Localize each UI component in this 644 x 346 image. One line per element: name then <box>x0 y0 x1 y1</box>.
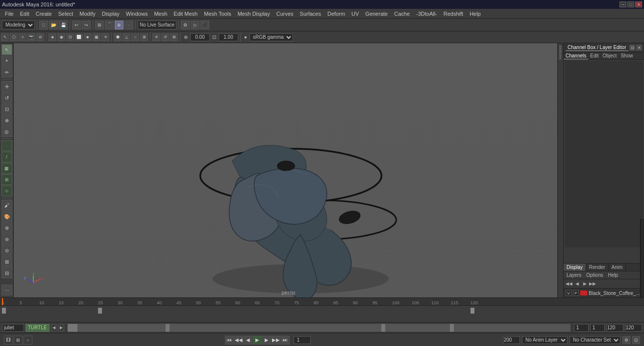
obj-type2-btn[interactable]: △ <box>123 33 130 41</box>
layer-p-btn[interactable]: P <box>573 290 579 296</box>
more-tools-btn[interactable]: ⋯ <box>1 285 12 295</box>
menu-select[interactable]: Select <box>55 10 76 17</box>
anim-layer-select[interactable]: No Anim Layer <box>522 336 568 344</box>
preview-strip[interactable] <box>68 324 570 332</box>
rotate-tool-btn[interactable]: ↺ <box>161 33 169 41</box>
menu-generate[interactable]: Generate <box>362 10 391 17</box>
snap-grid-btn[interactable]: ⊞ <box>95 21 104 29</box>
tool6-btn[interactable]: ⊞ <box>1 256 12 267</box>
menu-surfaces[interactable]: Surfaces <box>297 10 324 17</box>
layer-visibility-btn[interactable]: V <box>566 290 571 296</box>
current-frame-num[interactable] <box>294 336 311 344</box>
timeline-playhead[interactable] <box>2 298 3 305</box>
menu-deform[interactable]: Deform <box>324 10 348 17</box>
lasso-tool-btn[interactable]: ⌖ <box>1 55 12 66</box>
snap-pt-btn[interactable]: · <box>124 21 133 29</box>
prev-frame-btn[interactable]: ◀ <box>244 336 252 345</box>
snap-curve-btn[interactable]: ⌒ <box>105 21 114 29</box>
range-end-num[interactable] <box>503 336 520 344</box>
maximize-button[interactable]: □ <box>627 1 634 7</box>
goto-end-btn[interactable]: ⏭ <box>281 336 290 345</box>
prev-key-btn[interactable]: ◀ <box>51 324 57 331</box>
mode-select[interactable]: Modeling <box>2 21 35 29</box>
scale-tool-btn[interactable]: ⊡ <box>1 104 12 114</box>
options-sub-tab[interactable]: Options <box>584 272 605 278</box>
transform-btn[interactable]: ⊕ <box>115 21 124 29</box>
menu-redshift[interactable]: Redshift <box>441 10 466 17</box>
select-tool-btn[interactable]: ↖ <box>1 44 12 55</box>
menu-cache[interactable]: Cache <box>391 10 413 17</box>
show-all-btn[interactable]: ◉ <box>57 33 65 41</box>
shaded-btn[interactable]: ■ <box>84 33 92 41</box>
new-file-btn[interactable]: □ <box>39 21 48 29</box>
menu-mesh[interactable]: Mesh <box>151 10 170 17</box>
menu-windows[interactable]: Windows <box>123 10 151 17</box>
obj-type3-btn[interactable]: ○ <box>131 33 139 41</box>
menu-mesh-display[interactable]: Mesh Display <box>235 10 273 17</box>
gamma-select[interactable]: sRGB gamma <box>249 33 293 41</box>
render-tab[interactable]: Render <box>586 264 609 271</box>
tool5-btn[interactable]: ⊝ <box>1 245 12 256</box>
paint-select-btn[interactable]: ✏ <box>1 67 12 78</box>
val2-input[interactable] <box>219 33 238 41</box>
right-panel-scrollbar[interactable] <box>640 219 644 297</box>
val1-input[interactable] <box>190 33 210 41</box>
move-tool-btn[interactable]: ✛ <box>152 33 160 41</box>
timeline-track[interactable] <box>0 306 644 322</box>
universal-manip-btn[interactable]: ⊕ <box>1 115 12 126</box>
redo-btn[interactable]: ↪ <box>82 21 91 29</box>
menu-modify[interactable]: Modify <box>76 10 98 17</box>
open-file-btn[interactable]: 📂 <box>49 21 58 29</box>
menu-file[interactable]: File <box>2 10 17 17</box>
obj-type1-btn[interactable]: ⬟ <box>114 33 122 41</box>
channels-tab[interactable]: Channels <box>564 53 588 59</box>
camera-btn[interactable]: 📷 <box>27 33 35 41</box>
layer-toolbar-btn3[interactable]: ▶ <box>581 280 588 287</box>
menu-help[interactable]: Help <box>467 10 484 17</box>
menu-display[interactable]: Display <box>99 10 123 17</box>
tool4-btn[interactable]: ⊜ <box>1 234 12 244</box>
menu-mesh-tools[interactable]: Mesh Tools <box>201 10 234 17</box>
menu-uv[interactable]: UV <box>348 10 362 17</box>
menu-curves[interactable]: Curves <box>273 10 297 17</box>
next-frame-btn[interactable]: ▶ <box>262 336 271 345</box>
layer-toolbar-btn2[interactable]: ◀ <box>573 280 580 287</box>
play-btn[interactable]: ▶ <box>253 336 262 345</box>
save-file-btn[interactable]: 💾 <box>59 21 68 29</box>
render-settings-btn[interactable]: ⚙ <box>181 21 190 29</box>
minimize-button[interactable]: ─ <box>619 1 626 7</box>
paint-sel-btn[interactable]: ⬡ <box>10 33 18 41</box>
wireframe-btn[interactable]: ⬜ <box>75 33 83 41</box>
channel-box-tab[interactable]: Channel Box / Layer Editor <box>566 44 628 51</box>
menu-create[interactable]: Create <box>33 10 55 17</box>
playback-btn2[interactable]: ⊡ <box>632 336 640 344</box>
object-tab[interactable]: Object <box>601 53 619 59</box>
rotate-tool-btn[interactable]: ↺ <box>1 92 12 103</box>
menu-edit-mesh[interactable]: Edit Mesh <box>171 10 200 17</box>
layer-toolbar-btn4[interactable]: ▶▶ <box>589 280 596 287</box>
show-tab[interactable]: Show <box>619 53 635 59</box>
layers-sub-tab[interactable]: Layers <box>565 272 583 278</box>
component-uvs-btn[interactable]: ⊞ <box>1 174 12 185</box>
help-sub-tab[interactable]: Help <box>606 272 620 278</box>
menu-3dtoall[interactable]: -3DtoAll- <box>413 10 440 17</box>
textured-btn[interactable]: ▦ <box>93 33 100 41</box>
layer-color-swatch[interactable] <box>580 291 587 295</box>
hide-sel-btn[interactable]: ⊘ <box>36 33 44 41</box>
next-key-btn[interactable]: ▶ <box>58 324 64 331</box>
lighting-btn[interactable]: ☀ <box>101 33 109 41</box>
step-back-btn[interactable]: ◀◀ <box>234 336 243 345</box>
render-btn[interactable]: ▷ <box>191 21 199 29</box>
menu-edit[interactable]: Edit <box>17 10 32 17</box>
select-mask-btn[interactable]: ↖ <box>1 33 9 41</box>
component-face-btn[interactable]: ▦ <box>1 163 12 174</box>
step-fwd-btn[interactable]: ▶▶ <box>272 336 280 345</box>
current-frame-input[interactable] <box>590 324 605 332</box>
close-button[interactable]: ✕ <box>635 1 642 7</box>
scale-tool-btn[interactable]: ⊞ <box>170 33 178 41</box>
paint-effects-btn[interactable]: 🎨 <box>1 211 12 222</box>
xray-btn[interactable]: ⊡ <box>66 33 74 41</box>
lasso-sel-btn[interactable]: ⌗ <box>19 33 26 41</box>
goto-start-btn[interactable]: ⏮ <box>225 336 234 345</box>
layer-toolbar-btn1[interactable]: ◀◀ <box>566 280 572 287</box>
